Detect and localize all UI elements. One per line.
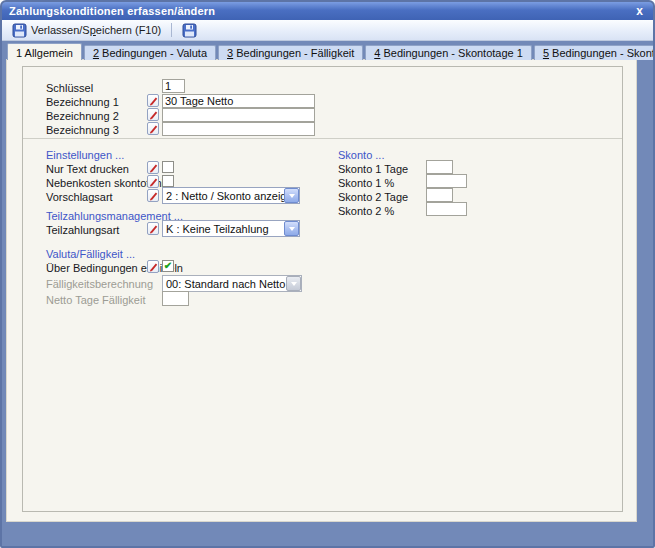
chevron-down-icon[interactable]: [284, 221, 299, 236]
skonto-2-tage-label: Skonto 2 Tage: [338, 191, 408, 203]
tab-panel-allgemein: Schlüssel Bezeichnung 1 Bezeichnung 2 Be…: [6, 59, 637, 522]
edit-pencil-icon[interactable]: [147, 222, 159, 235]
bezeichnung-2-label: Bezeichnung 2: [46, 110, 119, 122]
teilzahlungsart-label: Teilzahlungsart: [46, 224, 119, 236]
save-button[interactable]: [176, 21, 203, 39]
bezeichnung-1-label: Bezeichnung 1: [46, 96, 119, 108]
skonto-1-prozent-input[interactable]: [426, 174, 467, 188]
edit-pencil-icon[interactable]: [147, 94, 159, 107]
skonto-2-prozent-input[interactable]: [426, 202, 467, 216]
tab-bedingungen-skontotage-2[interactable]: 5 Bedingungen - Skontotage 2: [534, 45, 655, 60]
nur-text-drucken-checkbox[interactable]: [162, 161, 174, 173]
chevron-down-icon: [286, 276, 301, 291]
bezeichnung-3-label: Bezeichnung 3: [46, 124, 119, 136]
tab-bar: 1 Allgemein 2 Bedingungen - Valuta 3 Bed…: [7, 43, 655, 60]
bezeichnung-2-input[interactable]: [162, 108, 315, 122]
faelligkeitsberechnung-value: 00: Standard nach Netto Tagen: [163, 278, 286, 290]
ueber-bedingungen-checkbox[interactable]: ✔: [162, 260, 174, 272]
skonto-2-tage-input[interactable]: [426, 188, 453, 202]
nur-text-drucken-label: Nur Text drucken: [46, 163, 129, 175]
skonto-section-header: Skonto ...: [338, 149, 384, 161]
chevron-down-icon[interactable]: [284, 188, 299, 203]
edit-pencil-icon[interactable]: [147, 175, 159, 188]
vorschlagsart-value: 2 : Netto / Skonto anzeigen: [163, 190, 284, 202]
close-icon[interactable]: x: [633, 5, 646, 17]
window-title: Zahlungskonditionen erfassen/ändern: [9, 5, 215, 17]
dialog-body: 1 Allgemein 2 Bedingungen - Valuta 3 Bed…: [2, 41, 653, 546]
netto-tage-faelligkeit-input: [162, 291, 189, 306]
save-icon: [12, 23, 27, 38]
exit-save-label: Verlassen/Speichern (F10): [31, 24, 161, 36]
edit-pencil-icon[interactable]: [147, 189, 159, 202]
skonto-1-tage-input[interactable]: [426, 160, 453, 174]
vorschlagsart-select[interactable]: 2 : Netto / Skonto anzeigen: [162, 187, 300, 204]
edit-pencil-icon[interactable]: [147, 122, 159, 135]
edit-pencil-icon[interactable]: [147, 161, 159, 174]
tab-allgemein[interactable]: 1 Allgemein: [7, 43, 82, 60]
tab-bedingungen-skontotage-1[interactable]: 4 Bedingungen - Skontotage 1: [365, 45, 532, 60]
vorschlagsart-label: Vorschlagsart: [46, 191, 113, 203]
toolbar-separator: [171, 23, 172, 37]
einstellungen-section-header: Einstellungen ...: [46, 149, 124, 161]
valuta-section-header: Valuta/Fälligkeit ...: [46, 248, 135, 260]
netto-tage-faelligkeit-label: Netto Tage Fälligkeit: [46, 294, 145, 306]
titlebar[interactable]: Zahlungskonditionen erfassen/ändern x: [2, 2, 653, 20]
teilzahlungsart-value: K : Keine Teilzahlung: [163, 223, 284, 235]
faelligkeitsberechnung-label: Fälligkeitsberechnung: [46, 278, 153, 290]
bezeichnung-1-input[interactable]: [162, 94, 315, 108]
bezeichnung-3-input[interactable]: [162, 122, 315, 136]
exit-save-button[interactable]: Verlassen/Speichern (F10): [6, 21, 167, 39]
nebenkosten-skontofaehig-checkbox[interactable]: [162, 175, 174, 187]
schluessel-label: Schlüssel: [46, 82, 93, 94]
tab-bedingungen-faelligkeit[interactable]: 3 Bedingungen - Fälligkeit: [218, 45, 363, 60]
teilzahlungsart-select[interactable]: K : Keine Teilzahlung: [162, 220, 300, 237]
edit-pencil-icon[interactable]: [147, 260, 159, 273]
skonto-1-tage-label: Skonto 1 Tage: [338, 163, 408, 175]
skonto-1-prozent-label: Skonto 1 %: [338, 177, 394, 189]
faelligkeitsberechnung-select: 00: Standard nach Netto Tagen: [162, 275, 302, 292]
toolbar: Verlassen/Speichern (F10): [2, 20, 653, 41]
schluessel-input[interactable]: [162, 79, 185, 93]
dialog-zahlungskonditionen: Zahlungskonditionen erfassen/ändern x Ve…: [0, 0, 655, 548]
form-groupbox: Schlüssel Bezeichnung 1 Bezeichnung 2 Be…: [22, 66, 623, 512]
tab-bedingungen-valuta[interactable]: 2 Bedingungen - Valuta: [84, 45, 216, 60]
save-icon: [182, 23, 197, 38]
edit-pencil-icon[interactable]: [147, 108, 159, 121]
section-divider: [23, 138, 622, 139]
skonto-2-prozent-label: Skonto 2 %: [338, 205, 394, 217]
